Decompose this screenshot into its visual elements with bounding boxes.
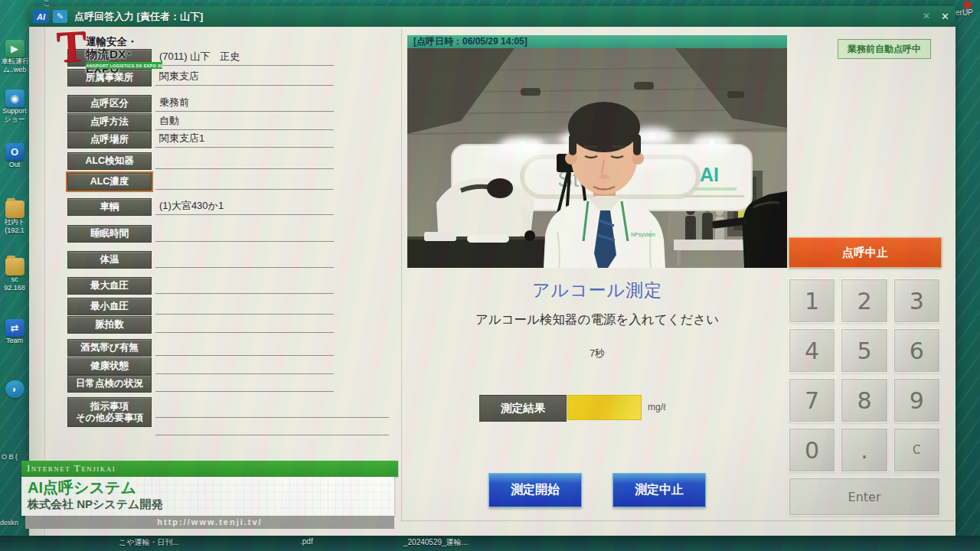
folder-icon bbox=[5, 258, 24, 276]
field-value-instructions-1[interactable] bbox=[155, 402, 389, 418]
desktop-icon-support[interactable]: ◉ Support ショー bbox=[2, 90, 28, 124]
field-value-vehicle[interactable]: (1)大宮430か1 bbox=[155, 199, 334, 215]
field-label-bp-min: 最小血圧 bbox=[67, 298, 152, 315]
field-value-pulse[interactable] bbox=[155, 317, 334, 333]
folder-icon bbox=[5, 201, 24, 218]
keypad-3[interactable]: 3 bbox=[893, 279, 940, 323]
banner-url: http://www.tenji.tv/ bbox=[25, 516, 394, 529]
banner-title: AI点呼システム bbox=[28, 478, 136, 498]
field-value-bp-max[interactable] bbox=[155, 278, 334, 294]
chat-icon: ◗ bbox=[5, 380, 24, 398]
field-label-health: 健康状態 bbox=[67, 357, 152, 375]
desktop-bottom-strip: こや運輸・日刊... .pdf _20240529_運輸... bbox=[0, 536, 980, 551]
measurement-title: アルコール測定 bbox=[407, 279, 787, 302]
desktop-file-label[interactable]: こや運輸・日刊... bbox=[119, 537, 179, 548]
keypad-dot[interactable]: . bbox=[841, 428, 887, 472]
keypad-enter[interactable]: Enter bbox=[789, 478, 940, 516]
field-value-drunk[interactable] bbox=[155, 340, 334, 356]
desktop-label-ob: O B ( bbox=[2, 453, 18, 461]
field-label-pulse: 脈拍数 bbox=[67, 316, 152, 334]
field-label-category: 点呼区分 bbox=[67, 95, 152, 112]
measurement-start-button[interactable]: 測定開始 bbox=[488, 473, 582, 507]
teamviewer-icon: ⇄ bbox=[5, 319, 24, 337]
measurement-countdown: 7秒 bbox=[407, 347, 787, 360]
desktop-icon-app[interactable]: ▶ 車転運行 ム..web bbox=[2, 40, 28, 74]
svg-text:AI: AI bbox=[700, 164, 719, 185]
field-value-method[interactable]: 自動 bbox=[155, 114, 334, 130]
field-value-alc-detector[interactable] bbox=[155, 153, 334, 169]
expo-logo: T 運輸安全・ 物流DX･EXPO TRANSPORT LOGISTICS DX… bbox=[57, 29, 164, 77]
expo-logo-t: T bbox=[56, 28, 87, 65]
panel-divider bbox=[401, 29, 402, 522]
camera-feed: Stre AI bbox=[407, 48, 787, 268]
desktop-icon-folder-1[interactable]: 社内ト (192.1 bbox=[2, 201, 28, 235]
banner-company: 株式会社 NPシステム開発 bbox=[28, 497, 162, 512]
field-value-instructions-2[interactable] bbox=[155, 419, 389, 435]
keypad-7[interactable]: 7 bbox=[789, 378, 835, 422]
desktop-file-label[interactable]: _20240529_運輸... bbox=[403, 537, 468, 548]
field-label-temperature: 体温 bbox=[67, 251, 152, 269]
window-title: 点呼回答入力 [責任者：山下] bbox=[74, 10, 203, 24]
keypad-6[interactable]: 6 bbox=[893, 328, 940, 373]
banner-kicker: Internet Tenjikai bbox=[21, 461, 398, 477]
field-value-sleep[interactable] bbox=[155, 226, 334, 242]
desktop-label-top-right: erUP bbox=[956, 8, 973, 17]
desktop-icon-teamviewer[interactable]: ⇄ Team bbox=[2, 319, 28, 345]
keypad-5[interactable]: 5 bbox=[841, 328, 887, 373]
desktop-app-icon[interactable] bbox=[964, 2, 971, 8]
field-value-category[interactable]: 乗務前 bbox=[155, 96, 334, 112]
outlook-icon: O bbox=[5, 143, 24, 161]
field-value-bp-min[interactable] bbox=[155, 298, 334, 315]
field-label-method: 点呼方法 bbox=[67, 113, 152, 131]
panel-bottom-border bbox=[401, 520, 954, 521]
svg-text:NPsystem: NPsystem bbox=[631, 232, 655, 238]
keypad-9[interactable]: 9 bbox=[893, 378, 940, 422]
keypad-2[interactable]: 2 bbox=[841, 279, 887, 323]
roll-call-timestamp: [点呼日時：06/05/29 14:05] bbox=[407, 35, 787, 48]
desktop-icon-chat[interactable]: ◗ bbox=[2, 380, 28, 398]
measurement-instruction: アルコール検知器の電源を入れてください bbox=[407, 311, 787, 328]
field-value-temperature[interactable] bbox=[155, 252, 334, 268]
camera-panel: [点呼日時：06/05/29 14:05] bbox=[407, 35, 787, 268]
keypad-1[interactable]: 1 bbox=[789, 279, 835, 323]
field-label-alc-density: ALC濃度 bbox=[67, 173, 152, 191]
field-value-alc-density[interactable] bbox=[155, 174, 334, 190]
app-icon: ▶ bbox=[5, 40, 24, 57]
roll-call-stop-button[interactable]: 点呼中止 bbox=[789, 237, 942, 268]
titlebar[interactable]: AI ✎ 点呼回答入力 [責任者：山下] ✕ ✕ bbox=[29, 6, 956, 27]
banner-panel: AI点呼システム 株式会社 NPシステム開発 bbox=[21, 477, 394, 516]
field-label-vehicle: 車輌 bbox=[67, 198, 152, 216]
measurement-result-label: 測定結果 bbox=[479, 395, 567, 422]
measurement-stop-button[interactable]: 測定中止 bbox=[612, 473, 706, 507]
window-left-frame bbox=[29, 27, 45, 536]
field-label-instructions: 指示事項 その他必要事項 bbox=[67, 397, 152, 427]
measurement-unit: mg/ℓ bbox=[648, 402, 666, 412]
field-value-health[interactable] bbox=[155, 358, 334, 374]
field-label-daily-check: 日常点検の状況 bbox=[67, 375, 152, 393]
keypad-0[interactable]: 0 bbox=[789, 428, 835, 472]
window-close-icon[interactable]: ✕ bbox=[941, 11, 949, 22]
field-label-drunk: 酒気帯び有無 bbox=[67, 339, 152, 357]
ai-app-icon: AI bbox=[33, 10, 49, 23]
desktop-icon-folder-2[interactable]: sc 92.168 bbox=[2, 258, 28, 292]
measurement-result-value bbox=[567, 395, 642, 420]
desktop-label-deskn: deskn bbox=[0, 519, 18, 527]
keypad-4[interactable]: 4 bbox=[789, 328, 835, 373]
headset-icon: ◉ bbox=[5, 90, 24, 107]
numeric-keypad: 1 2 3 4 5 6 7 8 9 0 . C Enter bbox=[789, 279, 940, 516]
roll-call-window: AI ✎ 点呼回答入力 [責任者：山下] ✕ ✕ (7011) 山下 正史 所属… bbox=[29, 6, 956, 536]
keypad-8[interactable]: 8 bbox=[841, 378, 887, 422]
field-value-place[interactable]: 関東支店1 bbox=[155, 132, 334, 148]
desktop-file-label[interactable]: .pdf bbox=[300, 537, 313, 546]
field-value-driver[interactable]: (7011) 山下 正史 bbox=[155, 50, 334, 66]
field-label-alc-detector: ALC検知器 bbox=[67, 152, 152, 170]
field-label-bp-max: 最大血圧 bbox=[67, 277, 152, 295]
field-label-sleep: 睡眠時間 bbox=[67, 225, 152, 243]
desktop-icon-outlook[interactable]: O Out bbox=[2, 143, 28, 169]
field-label-place: 点呼場所 bbox=[67, 131, 152, 148]
window-minimize-icon[interactable]: ✕ bbox=[923, 11, 930, 22]
status-badge: 業務前自動点呼中 bbox=[838, 39, 931, 59]
field-value-daily-check[interactable] bbox=[155, 376, 334, 392]
keypad-clear[interactable]: C bbox=[893, 428, 940, 472]
field-value-office[interactable]: 関東支店 bbox=[155, 70, 334, 86]
